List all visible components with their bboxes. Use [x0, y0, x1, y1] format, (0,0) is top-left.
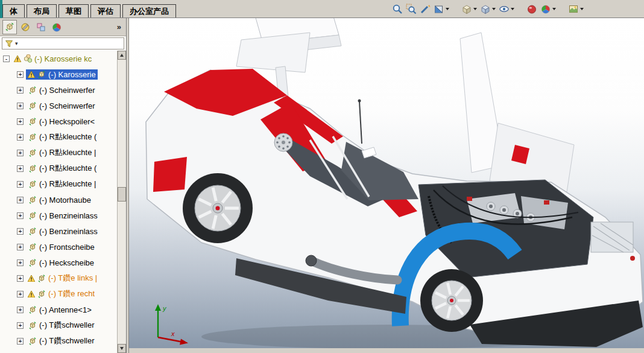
warning-icon: [28, 291, 35, 297]
tree-item[interactable]: +(-) Karosserie: [0, 66, 117, 82]
dropdown-caret-icon[interactable]: [446, 8, 449, 10]
section-view-icon[interactable]: [433, 3, 450, 15]
main-area: » ▾ -(-) Karosserie kc+(-) Karosserie+(-…: [0, 18, 644, 353]
filter-caret-icon[interactable]: ▾: [15, 40, 18, 46]
tree-item-content[interactable]: (-) Heckscheibe: [26, 258, 96, 268]
tree-item-content[interactable]: (-) T鑽schweller: [26, 335, 96, 347]
tree-item[interactable]: +(-) R點kleuchte (: [0, 129, 117, 145]
featuremanager-tree-tab-icon[interactable]: [2, 20, 17, 34]
dropdown-caret-icon[interactable]: [492, 8, 496, 10]
zoom-to-area-icon[interactable]: [405, 3, 417, 15]
tree-item-content[interactable]: (-) Motorhaube: [26, 195, 93, 205]
tree-item-content[interactable]: (-) R點kleuchte (: [26, 131, 98, 143]
tree-item-content[interactable]: (-) Antenne<1>: [26, 305, 93, 315]
tree-item-label: (-) Benzineinlass: [39, 211, 98, 220]
scroll-up-button[interactable]: [118, 51, 126, 60]
expand-toggle[interactable]: +: [17, 87, 24, 94]
expand-toggle[interactable]: +: [17, 118, 24, 125]
tree-item[interactable]: +(-) Benzineinlass: [0, 223, 117, 239]
expand-toggle[interactable]: +: [17, 244, 24, 250]
tab-office-products[interactable]: 办公室产品: [122, 4, 176, 17]
apply-scene-icon[interactable]: [540, 3, 557, 15]
hood-open-panels[interactable]: [460, 33, 574, 192]
expand-toggle[interactable]: +: [17, 134, 24, 141]
tree-item[interactable]: +(-) T鑽schweller: [0, 333, 117, 349]
tree-item-content[interactable]: (-) T鑽e links |: [26, 272, 99, 284]
zoom-in-out-icon[interactable]: [419, 3, 431, 15]
expand-toggle[interactable]: +: [17, 259, 24, 266]
tree-item[interactable]: +(-) Heckspoiler<: [0, 113, 117, 129]
tree-item-content[interactable]: (-) Heckspoiler<: [26, 116, 96, 127]
tree-item[interactable]: +(-) R點kleuchte |: [0, 145, 117, 161]
graphics-area[interactable]: y x: [129, 18, 644, 348]
tree-item[interactable]: +(-) Frontscheibe: [0, 239, 117, 255]
propertymanager-tab-icon[interactable]: [18, 20, 33, 34]
mirror[interactable]: [362, 147, 376, 158]
view-orientation-icon[interactable]: [461, 3, 478, 15]
expand-toggle[interactable]: +: [17, 150, 24, 156]
tab-layout[interactable]: 布局: [27, 4, 57, 17]
car-assembly-model[interactable]: [129, 18, 644, 348]
expand-toggle[interactable]: +: [17, 103, 24, 109]
tree-item-content[interactable]: (-) R點kleuchte (: [26, 162, 98, 174]
zoom-to-fit-icon[interactable]: [391, 3, 403, 15]
tree-item-content[interactable]: (-) Scheinwerfer: [26, 85, 96, 95]
tree-root-item[interactable]: -(-) Karosserie kc: [0, 51, 117, 66]
expand-toggle[interactable]: -: [3, 56, 10, 62]
tab-assembly[interactable]: 体: [2, 4, 25, 17]
tree-item-content[interactable]: (-) Scheinwerfer: [26, 101, 96, 111]
expand-toggle[interactable]: +: [17, 181, 24, 188]
tree-item[interactable]: +(-) Antenne<1>: [0, 302, 117, 317]
view-settings-icon[interactable]: [567, 3, 584, 15]
tab-sketch[interactable]: 草图: [58, 4, 89, 17]
tree-item[interactable]: +(-) T鑽e recht: [0, 286, 117, 302]
tree-item-content[interactable]: (-) Benzineinlass: [26, 226, 99, 237]
scroll-down-button[interactable]: [118, 344, 126, 353]
display-style-icon[interactable]: [479, 3, 496, 15]
tree-item[interactable]: +(-) T鑽e links |: [0, 270, 117, 286]
expand-toggle[interactable]: +: [17, 71, 24, 78]
tree-item[interactable]: +: [0, 349, 117, 353]
tree-item-content[interactable]: (-) R點kleuchte |: [26, 178, 98, 190]
hide-show-items-icon[interactable]: [498, 3, 515, 15]
edit-appearance-icon[interactable]: [526, 3, 538, 15]
tree-item-content[interactable]: (-) T鑽e recht: [26, 288, 96, 300]
tree-item-content[interactable]: (-) R點kleuchte |: [26, 147, 98, 159]
expand-toggle[interactable]: +: [17, 291, 24, 297]
expand-toggle[interactable]: +: [17, 275, 24, 282]
expand-toggle[interactable]: +: [17, 212, 24, 219]
dropdown-caret-icon[interactable]: [580, 8, 584, 10]
rear-wheel[interactable]: [183, 173, 253, 243]
tree-item[interactable]: +(-) Heckscheibe: [0, 255, 117, 270]
expand-toggle[interactable]: +: [17, 197, 24, 203]
tree-item-content[interactable]: (-) Karosserie kc: [12, 54, 93, 64]
tree-scrollbar[interactable]: [117, 51, 126, 353]
dropdown-caret-icon[interactable]: [511, 8, 514, 10]
expand-panel-chevron[interactable]: »: [115, 22, 124, 31]
tree-item[interactable]: +(-) T鑽schweller: [0, 317, 117, 333]
tree-item-content[interactable]: (-) Karosserie: [26, 69, 98, 80]
expand-toggle[interactable]: +: [17, 165, 24, 172]
tree-item[interactable]: +(-) R點kleuchte |: [0, 176, 117, 192]
tree-filter-row[interactable]: ▾: [2, 37, 124, 49]
tree-item[interactable]: +(-) Motorhaube: [0, 192, 117, 208]
dropdown-caret-icon[interactable]: [552, 8, 556, 10]
front-wheel[interactable]: [420, 269, 483, 332]
configurationmanager-tab-icon[interactable]: [34, 20, 48, 34]
tree-item[interactable]: +(-) Scheinwerfer: [0, 98, 117, 113]
expand-toggle[interactable]: +: [17, 307, 24, 313]
displaymanager-tab-icon[interactable]: [49, 20, 64, 34]
tree-item[interactable]: +(-) R點kleuchte (: [0, 161, 117, 176]
scroll-thumb[interactable]: [118, 187, 126, 202]
expand-toggle[interactable]: +: [17, 338, 24, 345]
tree-item[interactable]: +(-) Scheinwerfer: [0, 82, 117, 98]
dropdown-caret-icon[interactable]: [473, 8, 477, 10]
tree-item-content[interactable]: (-) Benzineinlass: [26, 211, 99, 221]
tree-item[interactable]: +(-) Benzineinlass: [0, 208, 117, 223]
tree-item-content[interactable]: (-) T鑽schweller: [26, 319, 96, 331]
expand-toggle[interactable]: +: [17, 322, 24, 329]
tree-item-content[interactable]: (-) Frontscheibe: [26, 242, 96, 252]
tab-evaluate[interactable]: 评估: [90, 4, 121, 17]
expand-toggle[interactable]: +: [17, 228, 24, 235]
antenna[interactable]: [358, 100, 362, 144]
